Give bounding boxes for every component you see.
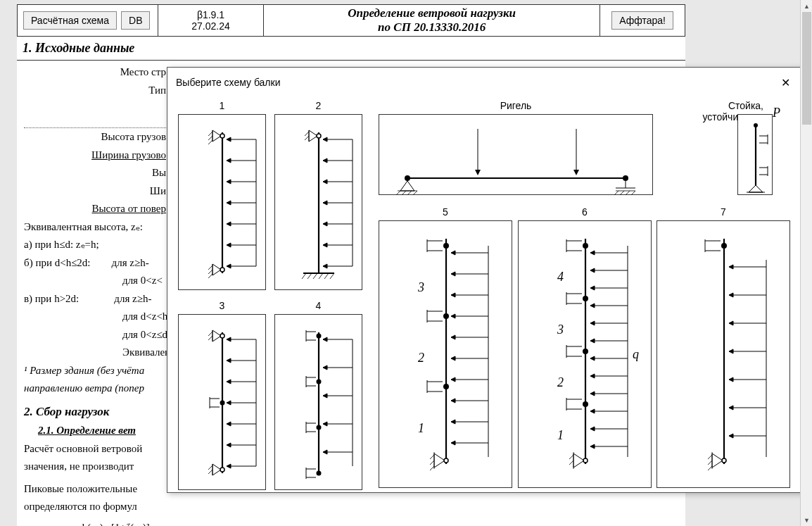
svg-marker-41 <box>323 243 327 247</box>
svg-line-113 <box>208 465 212 470</box>
svg-point-210 <box>583 243 588 249</box>
svg-marker-201 <box>590 374 595 378</box>
svg-marker-125 <box>323 422 327 426</box>
svg-marker-241 <box>729 293 733 297</box>
svg-point-115 <box>220 468 224 472</box>
scheme-2[interactable] <box>274 114 362 290</box>
svg-marker-155 <box>451 335 455 339</box>
svg-marker-59 <box>400 181 414 191</box>
svg-marker-3 <box>227 137 231 142</box>
scheme-5[interactable]: 1 2 3 <box>379 220 512 488</box>
where-label: , где: <box>213 522 263 526</box>
svg-line-70 <box>626 191 630 195</box>
svg-line-230 <box>569 461 573 465</box>
scheme-7[interactable] <box>656 220 790 488</box>
beam-scheme-dialog: Выберите схему балки ✕ 1 2 Ригель Стойка… <box>167 67 805 493</box>
svg-marker-5 <box>227 158 231 163</box>
svg-line-181 <box>430 455 434 459</box>
scheme-stability[interactable] <box>737 114 773 195</box>
loc-label: Место стр <box>24 63 172 82</box>
scheme-rigel[interactable] <box>379 114 653 195</box>
svg-marker-39 <box>323 222 327 226</box>
svg-point-166 <box>443 243 449 249</box>
dialog-titlebar: Выберите схему балки ✕ <box>167 68 804 97</box>
svg-line-20 <box>208 140 212 144</box>
svg-marker-73 <box>475 170 481 175</box>
svg-point-214 <box>583 296 588 301</box>
scheme-4[interactable] <box>274 314 362 490</box>
svg-line-69 <box>620 191 624 195</box>
svg-marker-16 <box>212 130 221 142</box>
scheme-1-label: 1 <box>178 100 266 111</box>
w-load-label: Ширина грузово <box>24 146 172 165</box>
svg-point-252 <box>721 243 727 249</box>
svg-line-55 <box>330 273 334 279</box>
svg-point-170 <box>443 313 449 319</box>
svg-marker-207 <box>590 427 595 431</box>
svg-point-27 <box>220 268 224 272</box>
scroll-thumb[interactable] <box>802 12 811 125</box>
scheme-1[interactable] <box>178 114 266 290</box>
scheme-3-label: 3 <box>178 300 266 311</box>
svg-line-46 <box>305 132 309 136</box>
scheme-5-label: 5 <box>379 206 512 218</box>
scheme-2-label: 2 <box>274 100 362 111</box>
svg-marker-15 <box>227 264 231 268</box>
close-icon[interactable]: ✕ <box>775 73 796 92</box>
svg-marker-239 <box>729 265 733 269</box>
scheme-6[interactable]: 1 2 3 4 q <box>518 220 652 488</box>
topbar-left: Расчётная схема DB <box>18 5 158 36</box>
svg-marker-35 <box>323 180 327 184</box>
svg-marker-193 <box>590 303 595 308</box>
svg-line-68 <box>614 191 618 195</box>
svg-marker-44 <box>309 130 317 142</box>
topbar-title: Определение ветровой нагрузки по СП 20.1… <box>264 5 600 36</box>
svg-marker-127 <box>323 450 327 454</box>
s5-2: 2 <box>418 351 424 365</box>
svg-point-106 <box>220 334 224 338</box>
svg-point-179 <box>444 458 448 463</box>
scroll-up-icon[interactable]: ▲ <box>801 0 812 12</box>
scheme-3[interactable] <box>178 314 266 490</box>
dialog-body: 1 2 Ригель Стойка, устойчивость 3 4 5 6 … <box>167 97 804 491</box>
svg-marker-102 <box>212 330 221 342</box>
title-line-2: по СП 20.13330.2016 <box>378 20 486 35</box>
svg-line-62 <box>402 191 406 195</box>
svg-line-53 <box>319 273 323 279</box>
svg-marker-163 <box>451 420 455 424</box>
case-b1: для z≥h- <box>112 257 149 268</box>
svg-line-61 <box>396 191 400 195</box>
svg-marker-9 <box>227 201 231 205</box>
svg-marker-187 <box>590 251 595 255</box>
svg-line-114 <box>208 470 212 474</box>
svg-line-229 <box>569 455 573 459</box>
vertical-scrollbar[interactable]: ▲ ▼ <box>800 0 812 526</box>
svg-line-52 <box>313 273 317 279</box>
case-c2: для d<z<h <box>122 311 167 322</box>
topbar: Расчётная схема DB β1.9.1 27.02.24 Опред… <box>17 4 685 37</box>
calc-scheme-button[interactable]: Расчётная схема <box>23 11 117 30</box>
db-button[interactable]: DB <box>121 11 150 30</box>
svg-line-259 <box>708 455 712 459</box>
svg-line-182 <box>430 461 434 465</box>
svg-text:4: 4 <box>557 270 564 284</box>
svg-marker-93 <box>227 380 231 384</box>
svg-text:1: 1 <box>557 428 564 442</box>
svg-line-24 <box>208 270 212 274</box>
svg-marker-97 <box>227 422 231 426</box>
h-short-label: Вы <box>24 164 172 182</box>
scheme-stoika-label-1: Стойка, <box>728 100 763 111</box>
svg-point-77 <box>754 123 758 127</box>
svg-marker-111 <box>212 464 221 475</box>
author-button[interactable]: Аффтара! <box>611 11 673 30</box>
section-1-heading: 1. Исходные данные <box>17 37 685 61</box>
svg-marker-99 <box>227 443 231 447</box>
dialog-title: Выберите схему балки <box>176 77 280 88</box>
svg-marker-7 <box>227 180 231 184</box>
svg-marker-256 <box>712 453 723 468</box>
svg-marker-157 <box>451 356 455 361</box>
eq-short: Эквивален <box>122 346 170 358</box>
scroll-down-icon[interactable]: ▼ <box>801 514 812 526</box>
case-c1: для z≥h- <box>114 293 151 304</box>
title-line-1: Определение ветровой нагрузки <box>348 6 516 20</box>
